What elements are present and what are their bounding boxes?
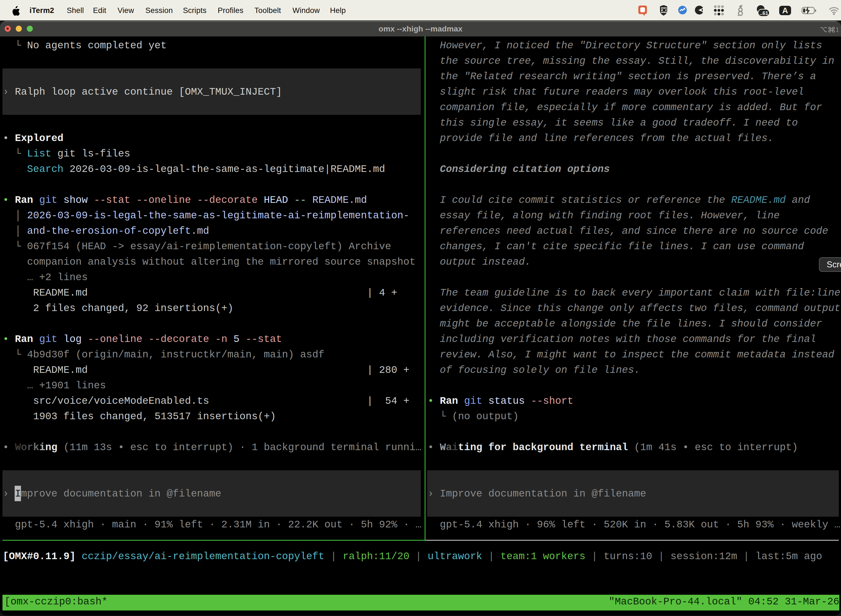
svg-text:1: 1 bbox=[835, 26, 838, 34]
svg-text:..61: ..61 bbox=[760, 10, 768, 16]
